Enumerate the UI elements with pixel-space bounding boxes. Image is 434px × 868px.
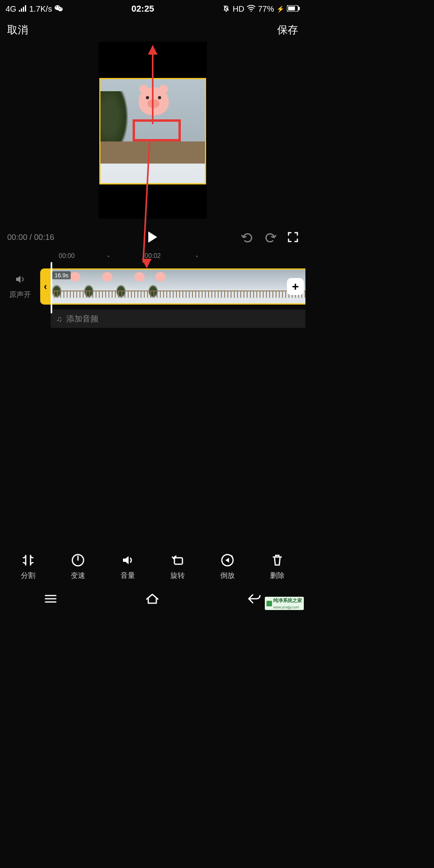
scene-fence bbox=[100, 141, 205, 164]
add-clip-button[interactable]: + bbox=[287, 278, 304, 295]
annotation-arrow-up bbox=[152, 46, 154, 124]
svg-point-6 bbox=[250, 10, 252, 12]
status-right: HD 77% ⚡ bbox=[222, 4, 300, 14]
clips-container[interactable]: ‹ 16.9s + bbox=[40, 268, 305, 305]
tool-reverse[interactable]: 倒放 bbox=[220, 553, 235, 580]
svg-point-5 bbox=[61, 8, 61, 9]
playhead[interactable] bbox=[51, 262, 52, 313]
status-bar: 4G 1.7K/s 02:25 HD 77% ⚡ bbox=[0, 0, 305, 18]
original-sound-label: 原声开 bbox=[9, 291, 31, 299]
dnd-icon bbox=[222, 4, 230, 14]
speaker-icon bbox=[0, 274, 40, 287]
tool-label: 变速 bbox=[71, 571, 85, 580]
pig-sticker bbox=[139, 87, 169, 115]
watermark: 纯净系统之家 www.ycwjjy.com bbox=[265, 597, 304, 610]
svg-point-4 bbox=[59, 8, 60, 9]
ruler-dot bbox=[196, 256, 198, 257]
fullscreen-button[interactable] bbox=[288, 232, 298, 242]
network-type: 4G bbox=[6, 4, 16, 14]
edit-toolbar: 分割 变速 音量 旋转 倒放 删除 bbox=[0, 548, 305, 588]
watermark-brand: 纯净系统之家 bbox=[273, 598, 302, 603]
clip-thumbnail[interactable] bbox=[83, 268, 115, 305]
tool-label: 分割 bbox=[21, 571, 35, 580]
undo-button[interactable] bbox=[241, 232, 253, 242]
status-left: 4G 1.7K/s bbox=[6, 4, 63, 14]
play-button[interactable] bbox=[148, 231, 157, 243]
tool-label: 旋转 bbox=[170, 571, 185, 580]
ruler-dot bbox=[108, 256, 109, 257]
split-icon bbox=[21, 553, 35, 567]
trash-icon bbox=[270, 553, 285, 567]
clip-thumbnail[interactable]: 16.9s bbox=[51, 268, 83, 305]
video-track: 原声开 ‹ 16.9s + bbox=[0, 268, 305, 305]
signal-icon bbox=[19, 4, 27, 14]
clip-duration-badge: 16.9s bbox=[52, 271, 71, 279]
tool-label: 删除 bbox=[270, 571, 285, 580]
ruler-tick-1: 00:02 bbox=[145, 252, 161, 260]
annotation-rectangle bbox=[133, 119, 181, 141]
wifi-icon bbox=[247, 4, 256, 14]
nav-home-button[interactable] bbox=[145, 593, 160, 606]
battery-icon bbox=[287, 4, 300, 14]
add-audio-track[interactable]: ♫ 添加音频 bbox=[51, 309, 305, 328]
preview-area bbox=[0, 42, 305, 223]
cancel-button[interactable]: 取消 bbox=[7, 23, 28, 37]
total-time: 00:16 bbox=[34, 233, 54, 242]
speed-icon bbox=[71, 553, 85, 567]
tool-split[interactable]: 分割 bbox=[21, 553, 35, 580]
add-audio-label: 添加音频 bbox=[66, 313, 98, 324]
charging-icon: ⚡ bbox=[276, 5, 285, 13]
timeline-area: 原声开 ‹ 16.9s + ♫ 添加音频 bbox=[0, 268, 305, 328]
tool-volume[interactable]: 音量 bbox=[121, 553, 135, 580]
nav-recent-button[interactable] bbox=[44, 594, 57, 605]
tool-rotate[interactable]: 旋转 bbox=[170, 553, 185, 580]
svg-rect-9 bbox=[299, 7, 300, 10]
nav-back-button[interactable] bbox=[247, 593, 262, 606]
playback-time: 00:00 / 00:16 bbox=[7, 233, 54, 242]
svg-rect-11 bbox=[174, 558, 182, 564]
wechat-icon bbox=[54, 4, 63, 14]
volume-icon bbox=[121, 553, 135, 567]
system-navbar bbox=[0, 588, 305, 611]
watermark-logo-icon bbox=[266, 601, 272, 606]
original-sound-toggle[interactable]: 原声开 bbox=[0, 274, 40, 299]
timeline-ruler: 00:00 00:02 bbox=[0, 252, 305, 264]
svg-point-3 bbox=[58, 6, 59, 7]
svg-rect-8 bbox=[288, 6, 295, 10]
redo-button[interactable] bbox=[264, 232, 276, 242]
battery-percent: 77% bbox=[258, 4, 274, 14]
tool-label: 音量 bbox=[121, 571, 135, 580]
arrow-up-head bbox=[148, 45, 158, 55]
svg-point-1 bbox=[58, 7, 63, 11]
tool-speed[interactable]: 变速 bbox=[71, 553, 85, 580]
video-canvas[interactable] bbox=[98, 42, 207, 219]
clip-thumbnail[interactable] bbox=[115, 268, 147, 305]
svg-point-2 bbox=[56, 6, 57, 7]
hd-label: HD bbox=[233, 4, 244, 14]
tool-label: 倒放 bbox=[220, 571, 235, 580]
playback-bar: 00:00 / 00:16 bbox=[0, 226, 305, 248]
music-note-icon: ♫ bbox=[56, 314, 62, 323]
status-time: 02:25 bbox=[131, 4, 154, 14]
reverse-icon bbox=[220, 553, 235, 567]
clip-handle-left[interactable]: ‹ bbox=[40, 268, 51, 305]
network-speed: 1.7K/s bbox=[29, 4, 52, 14]
ruler-tick-0: 00:00 bbox=[59, 252, 75, 260]
save-button[interactable]: 保存 bbox=[277, 23, 298, 37]
tool-delete[interactable]: 删除 bbox=[270, 553, 285, 580]
current-time: 00:00 bbox=[7, 233, 27, 242]
watermark-url: www.ycwjjy.com bbox=[273, 605, 299, 609]
editor-header: 取消 保存 bbox=[0, 18, 305, 42]
rotate-icon bbox=[170, 553, 185, 567]
clip-thumbnail[interactable] bbox=[147, 268, 305, 305]
